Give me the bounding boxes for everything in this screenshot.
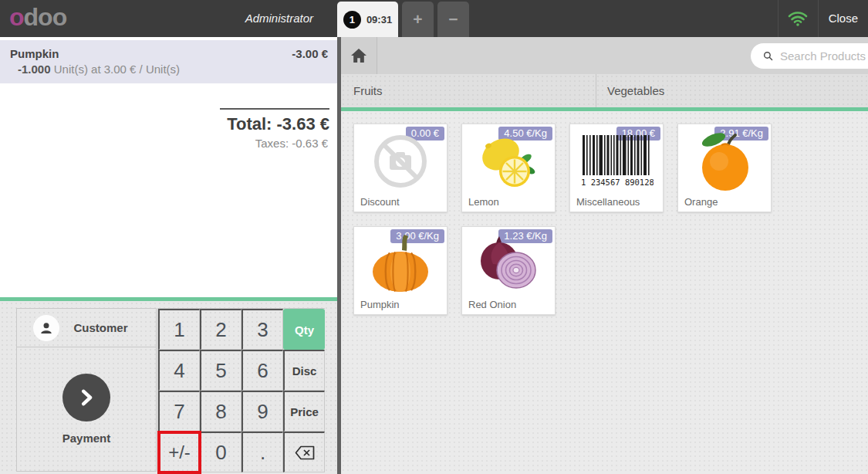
mode-disc-button[interactable]: Disc	[283, 350, 325, 391]
product-image-discount	[354, 127, 447, 195]
order-line-detail: Unit(s) at 3.00 € / Unit(s)	[51, 63, 181, 76]
products-panel: Fruits Vegetables 0.00 € Discount 4.50 €…	[341, 37, 868, 474]
payment-circle	[62, 374, 110, 422]
total-amount: Total: -3.63 €	[220, 114, 329, 134]
svg-text:1 234567 890128 >: 1 234567 890128 >	[581, 178, 654, 187]
order-line[interactable]: Pumpkin -3.00 € -1.000 Unit(s) at 3.00 €…	[0, 40, 337, 83]
numpad-key-4[interactable]: 4	[158, 350, 200, 391]
numpad-key-6[interactable]: 6	[241, 350, 283, 391]
category-tabs: Fruits Vegetables	[341, 74, 868, 107]
product-card-orange[interactable]: 2.91 €/Kg Orange	[677, 124, 772, 212]
order-panel: Pumpkin -3.00 € -1.000 Unit(s) at 3.00 €…	[0, 37, 337, 474]
add-order-button[interactable]: +	[402, 2, 434, 37]
product-name: Miscellaneous	[576, 196, 640, 208]
mode-price-button[interactable]: Price	[283, 391, 325, 432]
numpad-key-dot[interactable]: .	[241, 432, 283, 472]
numpad-key-8[interactable]: 8	[200, 391, 241, 432]
plus-minus-key[interactable]: +/-	[158, 432, 200, 472]
numpad-key-3[interactable]: 3	[241, 309, 283, 350]
payment-label: Payment	[62, 432, 111, 445]
product-name: Pumpkin	[360, 299, 400, 310]
product-card-miscellaneous[interactable]: 18.00 € 1 234567 89012	[569, 124, 664, 212]
product-card-pumpkin[interactable]: 3.00 €/Kg Pumpkin	[353, 226, 448, 315]
product-image-red-onion	[462, 230, 555, 298]
numpad-key-2[interactable]: 2	[200, 309, 241, 350]
search-box	[751, 43, 868, 69]
action-pad: Customer Payment	[16, 308, 157, 472]
category-tab-fruits[interactable]: Fruits	[341, 74, 596, 107]
customer-button[interactable]: Customer	[16, 308, 157, 347]
top-bar: odoo Administrator 1 09:31 + − Close	[0, 0, 868, 37]
order-summary: Total: -3.63 € Taxes: -0.63 €	[220, 108, 329, 150]
payment-button[interactable]: Payment	[16, 347, 157, 472]
order-line-qty: -1.000	[18, 63, 51, 76]
product-card-discount[interactable]: 0.00 € Discount	[353, 124, 448, 212]
product-grid: 0.00 € Discount 4.50 €/Kg	[341, 111, 868, 327]
taxes-amount: Taxes: -0.63 €	[220, 137, 329, 150]
product-image-orange	[678, 127, 771, 195]
product-name: Discount	[360, 196, 400, 208]
numpad-key-0[interactable]: 0	[200, 432, 241, 472]
backspace-key[interactable]	[283, 432, 325, 472]
barcode-illustration: 1 234567 890128 >	[579, 134, 654, 189]
numpad-key-1[interactable]: 1	[158, 309, 200, 350]
order-line-product: Pumpkin	[10, 47, 59, 60]
numpad-key-7[interactable]: 7	[158, 391, 200, 432]
current-user-label: Administrator	[0, 0, 332, 37]
no-image-icon	[371, 132, 430, 191]
pumpkin-illustration	[367, 233, 434, 295]
product-card-lemon[interactable]: 4.50 €/Kg Lemon	[461, 124, 556, 212]
numpad: 1 2 3 Qty 4 5 6 Disc 7 8 9 Price +/- 0 .	[157, 308, 325, 472]
panel-divider	[337, 37, 341, 474]
order-tab[interactable]: 1 09:31	[337, 2, 398, 37]
product-name: Lemon	[468, 196, 499, 208]
home-icon	[350, 48, 367, 63]
chevron-right-icon	[75, 386, 98, 409]
order-line-price: -3.00 €	[292, 47, 328, 60]
product-image-miscellaneous: 1 234567 890128 >	[570, 127, 663, 195]
order-time-label: 09:31	[366, 14, 392, 25]
wifi-status	[778, 0, 819, 37]
customer-avatar	[33, 315, 59, 341]
category-tab-vegetables[interactable]: Vegetables	[596, 74, 868, 107]
lemon-illustration	[478, 133, 539, 190]
home-category-button[interactable]	[341, 37, 377, 74]
order-tab-strip: 1 09:31 + −	[337, 2, 469, 37]
search-icon	[763, 49, 773, 63]
customer-label: Customer	[59, 321, 156, 334]
numpad-key-9[interactable]: 9	[241, 391, 283, 432]
product-name: Orange	[684, 196, 718, 208]
wifi-icon	[788, 10, 808, 27]
control-pads: Customer Payment 1 2 3 Qty 4 5	[0, 297, 337, 474]
category-breadcrumb-bar	[341, 37, 868, 74]
search-input[interactable]	[780, 49, 868, 63]
person-icon	[39, 320, 54, 336]
numpad-key-5[interactable]: 5	[200, 350, 241, 391]
remove-order-button[interactable]: −	[437, 2, 469, 37]
red-onion-illustration	[476, 235, 541, 293]
mode-qty-button[interactable]: Qty	[283, 309, 325, 350]
order-count-badge: 1	[343, 11, 361, 29]
topbar-right: Close	[778, 0, 868, 37]
orange-illustration	[694, 130, 755, 193]
product-image-lemon	[462, 127, 555, 195]
product-card-red-onion[interactable]: 1.23 €/Kg Red Onion	[461, 226, 556, 315]
product-name: Red Onion	[468, 299, 516, 310]
close-button[interactable]: Close	[819, 0, 868, 37]
backspace-icon	[295, 445, 315, 460]
product-image-pumpkin	[354, 230, 447, 298]
total-divider	[220, 108, 329, 110]
